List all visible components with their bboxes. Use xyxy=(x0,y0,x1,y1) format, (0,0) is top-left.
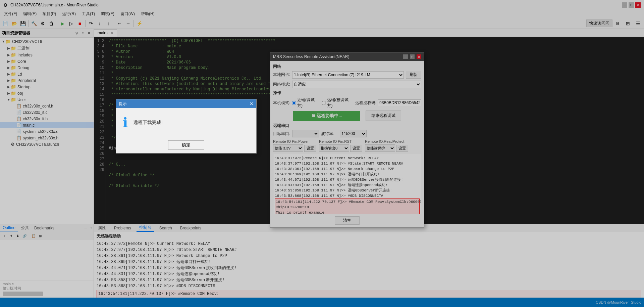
dialog-ok-btn[interactable]: 确定 xyxy=(168,140,204,150)
dialog-title-bar: 提示 ✕ xyxy=(116,99,256,108)
dialog: 提示 ✕ ℹ 远程下载完成! 确定 xyxy=(116,99,257,154)
dialog-title: 提示 xyxy=(119,101,127,107)
dialog-close-btn[interactable]: ✕ xyxy=(250,101,254,106)
dialog-footer: 确定 xyxy=(116,137,256,153)
dialog-message: 远程下载完成! xyxy=(133,120,163,126)
dialog-overlay: 提示 ✕ ℹ 远程下载完成! 确定 xyxy=(0,0,644,307)
dialog-body: ℹ 远程下载完成! xyxy=(116,108,256,137)
dialog-icon: ℹ xyxy=(123,115,128,130)
